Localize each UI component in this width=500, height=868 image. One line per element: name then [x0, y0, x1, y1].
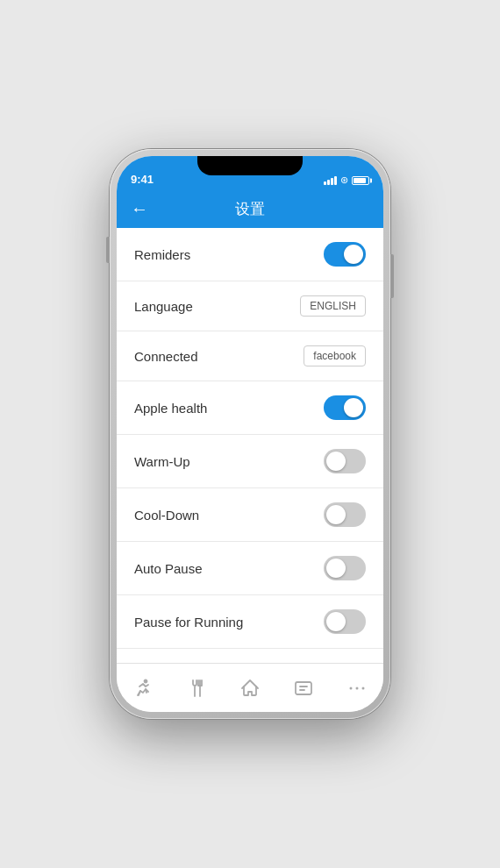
toggle-knob-apple_health	[344, 398, 363, 417]
back-button[interactable]: ←	[131, 199, 148, 219]
settings-list: RemidersLanguageENGLISHConnectedfacebook…	[117, 228, 383, 663]
toggle-warm_up[interactable]	[324, 449, 366, 473]
signal-icon	[324, 176, 337, 185]
fork-icon	[186, 678, 207, 699]
status-icons: ⊛	[324, 174, 369, 186]
toggle-knob-warm_up	[326, 452, 346, 471]
setting-row-pause_running: Pause for Running	[117, 595, 383, 649]
svg-point-2	[349, 687, 352, 689]
toggle-auto_pause[interactable]	[324, 556, 366, 580]
phone-frame: 9:41 ⊛ ← 设置 RemidersLanguageENGLISHConn	[110, 149, 390, 719]
svg-point-3	[355, 687, 358, 689]
setting-label-language: Language	[134, 299, 193, 314]
setting-row-warm_up: Warm-Up	[117, 435, 383, 488]
tab-home[interactable]	[232, 674, 268, 702]
toggle-apple_health[interactable]	[324, 395, 366, 420]
setting-label-auto_pause: Auto Pause	[134, 561, 203, 576]
header: ← 设置	[117, 189, 383, 228]
setting-row-cool_down: Cool-Down	[117, 488, 383, 542]
setting-label-warm_up: Warm-Up	[134, 454, 190, 469]
phone-screen: 9:41 ⊛ ← 设置 RemidersLanguageENGLISHConn	[117, 156, 383, 712]
setting-row-auto_pause: Auto Pause	[117, 542, 383, 595]
setting-label-reminders: Remiders	[134, 247, 190, 262]
home-icon	[239, 678, 261, 699]
tab-bar	[117, 663, 383, 712]
status-time: 9:41	[131, 173, 154, 186]
notch	[197, 156, 303, 175]
toggle-reminders[interactable]	[324, 242, 366, 267]
tab-scale[interactable]	[286, 674, 321, 702]
toggle-pause_running[interactable]	[324, 609, 366, 634]
svg-point-4	[361, 687, 364, 689]
toggle-cool_down[interactable]	[324, 502, 366, 527]
setting-row-language: LanguageENGLISH	[117, 281, 383, 331]
tag-connected[interactable]: facebook	[304, 345, 366, 366]
setting-row-apple_health: Apple health	[117, 381, 383, 435]
toggle-knob-auto_pause	[326, 559, 346, 578]
tag-language[interactable]: ENGLISH	[300, 295, 366, 317]
toggle-knob-pause_running	[326, 612, 346, 631]
toggle-knob-cool_down	[326, 505, 346, 524]
setting-label-cool_down: Cool-Down	[134, 508, 199, 523]
scale-icon	[293, 678, 314, 699]
tab-more[interactable]	[339, 674, 375, 702]
tab-run[interactable]	[125, 674, 161, 702]
svg-rect-1	[296, 682, 311, 694]
setting-row-connected: Connectedfacebook	[117, 331, 383, 381]
tab-food[interactable]	[179, 674, 214, 702]
battery-icon	[352, 176, 369, 185]
setting-label-pause_running: Pause for Running	[134, 615, 243, 630]
setting-row-reminders: Remiders	[117, 228, 383, 281]
page-title: 设置	[155, 199, 345, 219]
wifi-icon: ⊛	[340, 174, 348, 186]
toggle-knob-reminders	[344, 245, 363, 264]
more-icon	[346, 678, 368, 699]
run-icon	[132, 678, 154, 699]
setting-label-apple_health: Apple health	[134, 401, 207, 416]
setting-label-connected: Connected	[134, 349, 198, 364]
svg-point-0	[145, 679, 147, 682]
